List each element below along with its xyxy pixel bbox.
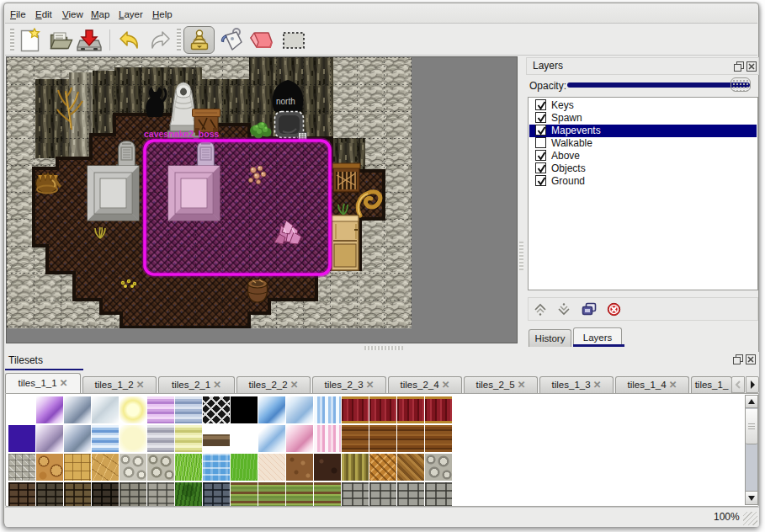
svg-text:cavesnake2_boss: cavesnake2_boss [144,129,219,139]
svg-text:north: north [276,97,295,106]
